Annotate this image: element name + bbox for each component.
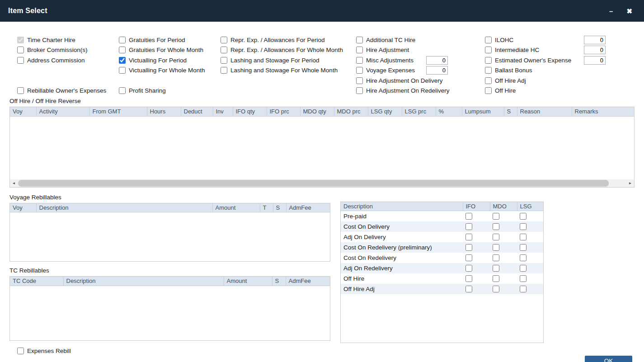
ilohc-amount-input[interactable]: [584, 36, 606, 44]
checkbox-ballast-bonus[interactable]: Ballast Bonus: [485, 66, 635, 76]
checkbox-repr-exp-for-whole-month[interactable]: Repr. Exp. / Allowances For Whole Month: [221, 45, 356, 56]
checkbox-hire-adjustment-on-delivery[interactable]: Hire Adjustment On Delivery: [356, 75, 485, 86]
ok-button[interactable]: OK: [585, 356, 632, 362]
scroll-left-icon[interactable]: ◄: [10, 179, 18, 187]
adj-on-delivery-ifo-checkbox[interactable]: [465, 234, 472, 240]
voyage-expenses-checkbox[interactable]: [356, 67, 363, 74]
gratuities-for-period-checkbox[interactable]: [119, 37, 126, 43]
off-hire-mdo-checkbox[interactable]: [493, 275, 499, 282]
adj-on-redelivery-mdo-checkbox[interactable]: [493, 265, 499, 272]
checkbox-lashing-stowage-for-whole-month[interactable]: Lashing and Stowage For Whole Month: [221, 66, 356, 76]
lashing-stowage-for-whole-month-checkbox[interactable]: [221, 67, 227, 74]
checkbox-hire-adjustment-on-redelivery[interactable]: Hire Adjustment On Redelivery: [356, 86, 485, 96]
adj-on-delivery-lsg-checkbox[interactable]: [520, 234, 526, 240]
checkbox-off-hire-adj[interactable]: Off Hire Adj: [485, 75, 635, 86]
off-hire-adj-lsg-checkbox[interactable]: [520, 286, 526, 292]
expenses-rebill-checkbox[interactable]: [17, 348, 24, 354]
voyage-rebillables-body-empty: [10, 212, 330, 261]
checkbox-estimated-owners-expense-row: Estimated Owner's Expense: [485, 55, 635, 66]
misc-adjustments-checkbox[interactable]: [356, 57, 363, 64]
horizontal-scrollbar[interactable]: ◄ ►: [10, 179, 634, 187]
adj-on-delivery-mdo-checkbox[interactable]: [493, 234, 499, 240]
estimated-owners-expense-amount-input[interactable]: [584, 56, 606, 65]
checkbox-time-charter-hire[interactable]: Time Charter Hire: [17, 35, 119, 45]
ilohc-checkbox[interactable]: [485, 37, 492, 43]
checkbox-broker-commissions[interactable]: Broker Commission(s): [17, 45, 119, 56]
rebillable-owners-expenses-checkbox[interactable]: [17, 87, 24, 94]
item-checkbox-grid: Time Charter Hire Broker Commission(s) A…: [9, 35, 635, 96]
profit-sharing-checkbox[interactable]: [119, 87, 126, 94]
hire-adjustment-on-redelivery-checkbox[interactable]: [356, 87, 363, 94]
close-icon[interactable]: ✖: [626, 8, 632, 14]
checkbox-profit-sharing[interactable]: Profit Sharing: [119, 86, 221, 96]
checkbox-misc-adjustments-row: Misc Adjustments: [356, 55, 485, 66]
misc-adjustments-amount-input[interactable]: [426, 56, 448, 65]
checkbox-additional-tc-hire[interactable]: Additional TC Hire: [356, 35, 485, 45]
scrollbar-thumb[interactable]: [18, 180, 609, 187]
checkbox-victualling-for-period[interactable]: Victualling For Period: [119, 55, 221, 66]
column-header-voy: Voy: [10, 107, 36, 116]
footer-actions: OK: [9, 356, 635, 362]
column-header-admfee: AdmFee: [286, 277, 330, 286]
ballast-bonus-checkbox[interactable]: [485, 67, 492, 74]
estimated-owners-expense-checkbox[interactable]: [485, 57, 492, 64]
cost-on-redelivery-mdo-checkbox[interactable]: [493, 254, 499, 261]
adj-on-redelivery-ifo-checkbox[interactable]: [465, 265, 472, 272]
minimize-icon[interactable]: –: [609, 8, 613, 14]
pre-paid-ifo-checkbox[interactable]: [465, 213, 472, 220]
pre-paid-lsg-checkbox[interactable]: [520, 213, 526, 220]
cost-on-redelivery-lsg-checkbox[interactable]: [520, 254, 526, 261]
intermediate-hc-checkbox[interactable]: [485, 47, 492, 53]
address-commission-checkbox[interactable]: [17, 57, 24, 64]
checkbox-gratuities-for-whole-month[interactable]: Gratuities For Whole Month: [119, 45, 221, 56]
cost-on-redelivery-preliminary-lsg-checkbox[interactable]: [520, 244, 526, 251]
checkbox-rebillable-owners-expenses[interactable]: Rebillable Owner's Expenses: [17, 86, 119, 96]
column-header-mdo: MDO: [490, 202, 517, 211]
repr-exp-for-period-checkbox[interactable]: [221, 37, 227, 43]
checkbox-lashing-stowage-for-period[interactable]: Lashing and Stowage For Period: [221, 55, 356, 66]
pre-paid-mdo-checkbox[interactable]: [493, 213, 499, 220]
tc-rebillables-table: TC Code Description Amount S AdmFee: [10, 277, 330, 286]
checkbox-hire-adjustment[interactable]: Hire Adjustment: [356, 45, 485, 56]
checkbox-label: Off Hire: [495, 87, 516, 94]
cost-on-redelivery-ifo-checkbox[interactable]: [465, 254, 472, 261]
checkbox-label: Gratuities For Period: [129, 37, 185, 43]
checkbox-gratuities-for-period[interactable]: Gratuities For Period: [119, 35, 221, 45]
column-header-s: S: [272, 277, 286, 286]
checkbox-label: Hire Adjustment On Delivery: [366, 77, 443, 84]
checkbox-label: Victualling For Period: [129, 57, 187, 64]
off-hire-lsg-checkbox[interactable]: [520, 275, 526, 282]
scroll-right-icon[interactable]: ►: [626, 179, 634, 187]
off-hire-adj-checkbox[interactable]: [485, 77, 492, 84]
adj-on-redelivery-lsg-checkbox[interactable]: [520, 265, 526, 272]
hire-adjustment-checkbox[interactable]: [356, 47, 363, 53]
checkbox-address-commission[interactable]: Address Commission: [17, 55, 119, 66]
checkbox-column-3: Repr. Exp. / Allowances For Period Repr.…: [221, 35, 356, 96]
cost-on-delivery-mdo-checkbox[interactable]: [493, 223, 499, 230]
repr-exp-for-whole-month-checkbox[interactable]: [221, 47, 227, 53]
cost-on-redelivery-preliminary-ifo-checkbox[interactable]: [465, 244, 472, 251]
victualling-for-period-checkbox[interactable]: [119, 57, 126, 64]
broker-commissions-checkbox[interactable]: [17, 47, 24, 53]
checkbox-expenses-rebill[interactable]: Expenses Rebill: [9, 347, 635, 356]
off-hire-ifo-checkbox[interactable]: [465, 275, 472, 282]
off-hire-adj-ifo-checkbox[interactable]: [465, 286, 472, 292]
off-hire-adj-mdo-checkbox[interactable]: [493, 286, 499, 292]
cost-on-delivery-lsg-checkbox[interactable]: [520, 223, 526, 230]
off-hire-checkbox[interactable]: [485, 87, 492, 94]
victualling-for-whole-month-checkbox[interactable]: [119, 67, 126, 74]
checkbox-victualling-for-whole-month[interactable]: Victualling For Whole Month: [119, 66, 221, 76]
cost-on-delivery-ifo-checkbox[interactable]: [465, 223, 472, 230]
gratuities-for-whole-month-checkbox[interactable]: [119, 47, 126, 53]
checkbox-label: Broker Commission(s): [27, 47, 88, 53]
hire-adjustment-on-delivery-checkbox[interactable]: [356, 77, 363, 84]
lashing-stowage-for-period-checkbox[interactable]: [221, 57, 227, 64]
checkbox-off-hire[interactable]: Off Hire: [485, 86, 635, 96]
column-header-lumpsum: Lumpsum: [462, 107, 504, 116]
checkbox-repr-exp-for-period[interactable]: Repr. Exp. / Allowances For Period: [221, 35, 356, 45]
cost-on-redelivery-preliminary-mdo-checkbox[interactable]: [493, 244, 499, 251]
intermediate-hc-amount-input[interactable]: [584, 46, 606, 54]
additional-tc-hire-checkbox[interactable]: [356, 37, 363, 43]
bunker-selection-table: Description IFO MDO LSG Pre-paid: [341, 202, 543, 294]
voyage-expenses-amount-input[interactable]: [426, 66, 448, 75]
